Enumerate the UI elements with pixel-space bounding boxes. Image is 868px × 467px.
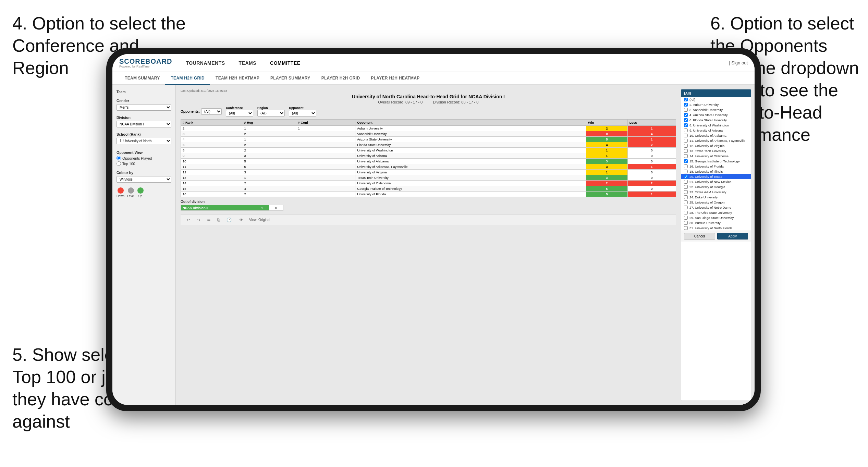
subnav-player-h2h-heatmap[interactable]: PLAYER H2H HEATMAP — [365, 72, 425, 85]
cell-conf: 1 — [296, 126, 355, 131]
subnav-player-h2h-grid[interactable]: PLAYER H2H GRID — [316, 72, 366, 85]
cell-reg: 4 — [242, 186, 296, 192]
out-of-division-table: NCAA Division II 1 0 — [181, 205, 283, 211]
nav-committee[interactable]: COMMITTEE — [270, 60, 301, 66]
dropdown-item[interactable]: 28. The Ohio State University — [681, 210, 751, 215]
gender-select[interactable]: Men's — [117, 104, 171, 111]
division-select[interactable]: NCAA Division I — [117, 121, 171, 127]
cell-conf — [296, 192, 355, 197]
dropdown-item[interactable]: 27. University of Notre Dame — [681, 205, 751, 210]
cell-win: 5 — [586, 186, 628, 192]
opponents-filter-select[interactable]: (All) — [201, 108, 222, 115]
toolbar-clock[interactable]: 🕐 — [225, 217, 233, 223]
dropdown-item[interactable]: 25. University of Oregon — [681, 200, 751, 205]
nav-tournaments[interactable]: TOURNAMENTS — [186, 60, 225, 66]
cell-win: 5 — [586, 192, 628, 197]
school-select[interactable]: 1. University of North... — [117, 138, 171, 144]
sign-out[interactable]: | Sign out — [729, 60, 748, 65]
dropdown-item[interactable]: 6. Florida State University — [681, 118, 751, 123]
colour-by-label: Colour by — [117, 171, 171, 175]
colour-by-select[interactable]: Win/loss — [117, 176, 171, 183]
team-label: Team — [117, 90, 171, 94]
cell-loss: 0 — [627, 148, 676, 153]
dropdown-item[interactable]: 14. University of Oklahoma — [681, 153, 751, 159]
dropdown-item[interactable]: 30. Purdue University — [681, 220, 751, 225]
cell-loss: 0 — [627, 186, 676, 192]
toolbar-copy[interactable]: ⎘ — [216, 217, 221, 223]
dropdown-item[interactable]: 11. University of Arkansas, Fayetteville — [681, 138, 751, 143]
dropdown-item[interactable]: 20. University of Texas — [681, 174, 751, 179]
radio-top100[interactable]: Top 100 — [117, 161, 171, 166]
cell-opponent: Georgia Institute of Technology — [355, 186, 586, 192]
radio-opponents-played[interactable]: Opponents Played — [117, 156, 171, 160]
table-row: 11 6 University of Arkansas, Fayettevill… — [181, 164, 676, 170]
cell-rank: 10 — [181, 159, 242, 164]
opponent-filter-select[interactable]: (All) — [289, 110, 316, 116]
dropdown-item[interactable]: 8. University of Washington — [681, 123, 751, 128]
cancel-button[interactable]: Cancel — [684, 233, 715, 239]
data-table: # Rank # Reg # Conf Opponent Win Loss 2 … — [181, 119, 676, 197]
dropdown-item[interactable]: 15. Georgia Institute of Technology — [681, 159, 751, 164]
dropdown-item[interactable]: 9. University of Arizona — [681, 128, 751, 133]
subnav-team-summary[interactable]: TEAM SUMMARY — [119, 72, 165, 85]
region-filter-select[interactable]: (All) — [257, 110, 285, 116]
nav-teams[interactable]: TEAMS — [239, 60, 257, 66]
dropdown-item[interactable]: 21. University of New Mexico — [681, 179, 751, 184]
dropdown-item[interactable]: 22. University of Georgia — [681, 184, 751, 189]
subnav-h2h-heatmap[interactable]: TEAM H2H HEATMAP — [210, 72, 265, 85]
dropdown-item[interactable]: 23. Texas A&M University — [681, 189, 751, 195]
cell-opponent: Auburn University — [355, 126, 586, 131]
dropdown-item[interactable]: 13. Texas Tech University — [681, 148, 751, 153]
cell-conf — [296, 175, 355, 181]
table-row: 3 2 Vanderbilt University 0 4 — [181, 131, 676, 137]
col-win: Win — [586, 120, 628, 126]
dropdown-item[interactable]: 10. University of Alabama — [681, 133, 751, 138]
cell-rank: 2 — [181, 126, 242, 131]
dropdown-item[interactable]: 4. Arizona State University — [681, 112, 751, 118]
region-filter-label: Region — [257, 106, 285, 110]
apply-button[interactable]: Apply — [717, 233, 748, 239]
toolbar-undo[interactable]: ↩ — [185, 217, 192, 223]
cell-opponent: University of Florida — [355, 192, 586, 197]
cell-win: 1 — [586, 153, 628, 159]
opponents-filter-label: Opponents: — [181, 110, 200, 113]
cell-rank: 9 — [181, 153, 242, 159]
subnav-player-summary[interactable]: PLAYER SUMMARY — [265, 72, 316, 85]
cell-reg: 6 — [242, 164, 296, 170]
toolbar-back[interactable]: ⬅ — [205, 217, 212, 223]
gender-label: Gender — [117, 99, 171, 103]
sub-nav: TEAM SUMMARY TEAM H2H GRID TEAM H2H HEAT… — [112, 72, 755, 85]
tablet: SCOREBOARD Powered by RealTime TOURNAMEN… — [106, 48, 761, 411]
dropdown-item[interactable]: 24. Duke University — [681, 195, 751, 200]
toolbar-view-text: View: Original — [249, 218, 270, 222]
cell-win: 1 — [586, 148, 628, 153]
dropdown-item[interactable]: 3. Vanderbilt University — [681, 107, 751, 112]
cell-win: 4 — [586, 142, 628, 148]
cell-opponent: Florida State University — [355, 142, 586, 148]
dropdown-item[interactable]: 2. Auburn University — [681, 102, 751, 107]
overall-record: Overall Record: 89 - 17 - 0 — [378, 100, 423, 104]
cell-opponent: University of Arkansas, Fayetteville — [355, 164, 586, 170]
conference-filter-select[interactable]: (All) — [226, 110, 253, 116]
cell-conf — [296, 186, 355, 192]
cell-conf — [296, 159, 355, 164]
cell-rank: 14 — [181, 181, 242, 186]
subnav-h2h-grid[interactable]: TEAM H2H GRID — [165, 72, 210, 85]
opponent-view-group: Opponents Played Top 100 — [117, 156, 171, 166]
table-row: 13 1 Texas Tech University 3 0 — [181, 175, 676, 181]
dropdown-item[interactable]: 31. University of North Florida — [681, 225, 751, 231]
dropdown-item[interactable]: (All) — [681, 97, 751, 102]
dropdown-item[interactable]: 12. University of Virginia — [681, 143, 751, 148]
cell-opponent: University of Washington — [355, 148, 586, 153]
cell-conf — [296, 148, 355, 153]
cell-rank: 4 — [181, 137, 242, 142]
main-content: Team Gender Men's Division NCAA Division… — [112, 85, 755, 405]
cell-win: 0 — [586, 131, 628, 137]
dropdown-item[interactable]: 29. San Diego State University — [681, 215, 751, 220]
cell-opponent: Arizona State University — [355, 137, 586, 142]
cell-reg: 3 — [242, 170, 296, 175]
dropdown-item[interactable]: 18. University of Illinois — [681, 169, 751, 174]
cell-reg: 5 — [242, 159, 296, 164]
dropdown-item[interactable]: 16. University of Florida — [681, 164, 751, 169]
toolbar-redo[interactable]: ↪ — [195, 217, 202, 223]
